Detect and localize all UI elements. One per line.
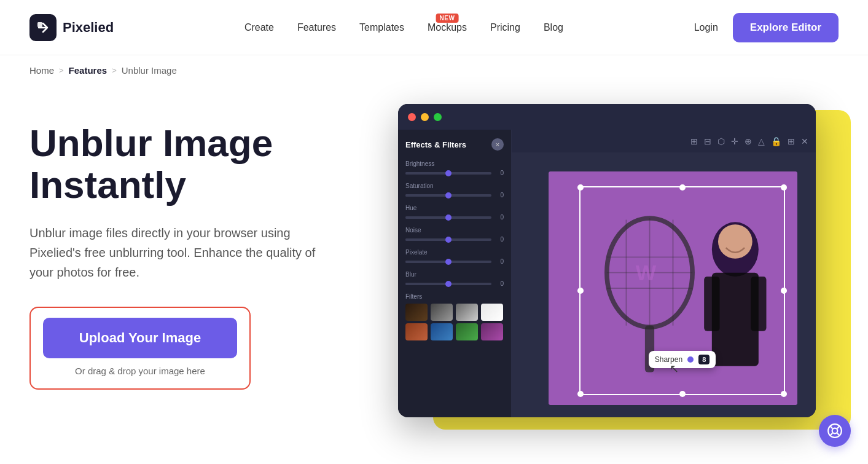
svg-line-18 xyxy=(830,426,832,428)
sharpen-value: 8 xyxy=(698,355,710,364)
support-fab-button[interactable] xyxy=(819,415,851,447)
noise-slider-row: 0 xyxy=(405,236,504,243)
nav-blog[interactable]: Blog xyxy=(544,22,563,33)
breadcrumb-features[interactable]: Features xyxy=(69,65,108,76)
toolbar-icon-7[interactable]: 🔒 xyxy=(771,136,781,146)
noise-value: 0 xyxy=(495,236,504,243)
toolbar-icon-8[interactable]: ⊞ xyxy=(788,136,795,146)
toolbar-icon-4[interactable]: ✛ xyxy=(731,136,738,146)
handle-mr[interactable] xyxy=(781,288,787,294)
window-maximize-dot xyxy=(434,113,442,121)
brand-name: Pixelied xyxy=(63,20,114,36)
handle-tm[interactable] xyxy=(679,184,686,191)
breadcrumb-current: Unblur Image xyxy=(122,65,177,76)
blur-slider-row: 0 xyxy=(405,280,504,287)
upload-button[interactable]: Upload Your Image xyxy=(43,318,237,358)
hue-track[interactable] xyxy=(405,216,491,219)
effects-close-button[interactable]: × xyxy=(491,138,504,151)
editor-window: Effects & Filters × Brightness 0 xyxy=(398,104,816,417)
breadcrumb-sep-1: > xyxy=(59,66,64,75)
blur-value: 0 xyxy=(495,280,504,287)
noise-slider-group: Noise 0 xyxy=(405,227,504,243)
hue-label: Hue xyxy=(405,205,504,211)
brightness-slider-row: 0 xyxy=(405,170,504,176)
effects-header: Effects & Filters × xyxy=(405,138,504,151)
handle-tl[interactable] xyxy=(577,184,584,191)
effects-title: Effects & Filters xyxy=(405,140,466,149)
hue-slider-group: Hue 0 xyxy=(405,205,504,221)
filter-thumb-2[interactable] xyxy=(431,304,453,321)
filters-grid xyxy=(405,304,504,340)
left-content: Unblur Image Instantly Unblur image file… xyxy=(29,98,373,390)
filter-thumb-6[interactable] xyxy=(431,323,453,340)
filter-thumb-1[interactable] xyxy=(405,304,428,321)
pixelate-label: Pixelate xyxy=(405,249,504,256)
handle-ml[interactable] xyxy=(577,288,584,294)
hue-slider-row: 0 xyxy=(405,214,504,221)
nav-create[interactable]: Create xyxy=(244,22,274,33)
toolbar-icon-5[interactable]: ⊕ xyxy=(745,136,752,146)
breadcrumb: Home > Features > Unblur Image xyxy=(0,55,868,85)
login-link[interactable]: Login xyxy=(694,22,718,33)
hue-value: 0 xyxy=(495,214,504,221)
canvas-toolbar: ⊞ ⊟ ⬡ ✛ ⊕ △ 🔒 ⊞ ✕ xyxy=(512,130,816,153)
pixelate-track[interactable] xyxy=(405,261,491,263)
handle-tr[interactable] xyxy=(781,184,787,191)
toolbar-icon-3[interactable]: ⬡ xyxy=(717,136,725,146)
filter-thumb-4[interactable] xyxy=(481,304,503,321)
filter-thumb-7[interactable] xyxy=(456,323,478,340)
noise-label: Noise xyxy=(405,227,504,234)
effects-panel: Effects & Filters × Brightness 0 xyxy=(398,130,512,417)
nav-templates[interactable]: Templates xyxy=(359,22,404,33)
svg-line-20 xyxy=(830,433,832,436)
breadcrumb-sep-2: > xyxy=(112,66,117,75)
explore-editor-button[interactable]: Explore Editor xyxy=(733,13,839,42)
navbar: Pixelied Create Features Templates NEW M… xyxy=(0,0,868,55)
nav-features[interactable]: Features xyxy=(297,22,336,33)
logo-icon[interactable] xyxy=(29,14,57,41)
svg-line-19 xyxy=(837,426,840,428)
blur-label: Blur xyxy=(405,271,504,278)
toolbar-icon-1[interactable]: ⊞ xyxy=(690,136,698,146)
navbar-right: Login Explore Editor xyxy=(694,13,839,42)
blur-slider-group: Blur 0 xyxy=(405,271,504,287)
hero-title: Unblur Image Instantly xyxy=(29,122,373,206)
brightness-track[interactable] xyxy=(405,172,491,175)
nav-mockups[interactable]: NEW Mockups xyxy=(428,22,467,33)
toolbar-icon-6[interactable]: △ xyxy=(758,136,765,146)
handle-bm[interactable] xyxy=(679,391,686,397)
editor-preview: Effects & Filters × Brightness 0 xyxy=(398,104,839,417)
filter-thumb-3[interactable] xyxy=(456,304,478,321)
filter-thumb-5[interactable] xyxy=(405,323,428,340)
pixelate-slider-row: 0 xyxy=(405,258,504,265)
canvas-content: W xyxy=(512,153,816,417)
upload-zone: Upload Your Image Or drag & drop your im… xyxy=(29,307,251,390)
saturation-track[interactable] xyxy=(405,194,491,197)
sharpen-dot xyxy=(687,356,694,363)
pixelate-slider-group: Pixelate 0 xyxy=(405,249,504,265)
sharpen-tooltip: Sharpen 8 xyxy=(649,351,716,368)
handle-bl[interactable] xyxy=(577,391,584,397)
editor-body: Effects & Filters × Brightness 0 xyxy=(398,130,816,417)
nav-pricing[interactable]: Pricing xyxy=(490,22,520,33)
drag-drop-text: Or drag & drop your image here xyxy=(43,366,237,376)
window-close-dot xyxy=(408,113,416,121)
brightness-value: 0 xyxy=(495,170,504,176)
blur-track[interactable] xyxy=(405,283,491,285)
hero-description: Unblur image files directly in your brow… xyxy=(29,223,337,282)
nav-links: Create Features Templates NEW Mockups Pr… xyxy=(244,22,563,33)
breadcrumb-home[interactable]: Home xyxy=(29,65,54,76)
noise-track[interactable] xyxy=(405,238,491,241)
toolbar-icon-9[interactable]: ✕ xyxy=(801,136,808,146)
canvas-area: ⊞ ⊟ ⬡ ✛ ⊕ △ 🔒 ⊞ ✕ xyxy=(512,130,816,417)
filter-thumb-8[interactable] xyxy=(481,323,503,340)
filters-section-label: Filters xyxy=(405,293,504,300)
saturation-slider-group: Saturation 0 xyxy=(405,183,504,199)
main-content: Unblur Image Instantly Unblur image file… xyxy=(0,85,868,417)
saturation-label: Saturation xyxy=(405,183,504,189)
handle-br[interactable] xyxy=(781,391,787,397)
window-titlebar xyxy=(398,104,816,130)
window-minimize-dot xyxy=(421,113,429,121)
toolbar-icon-2[interactable]: ⊟ xyxy=(704,136,711,146)
svg-line-21 xyxy=(837,433,840,436)
